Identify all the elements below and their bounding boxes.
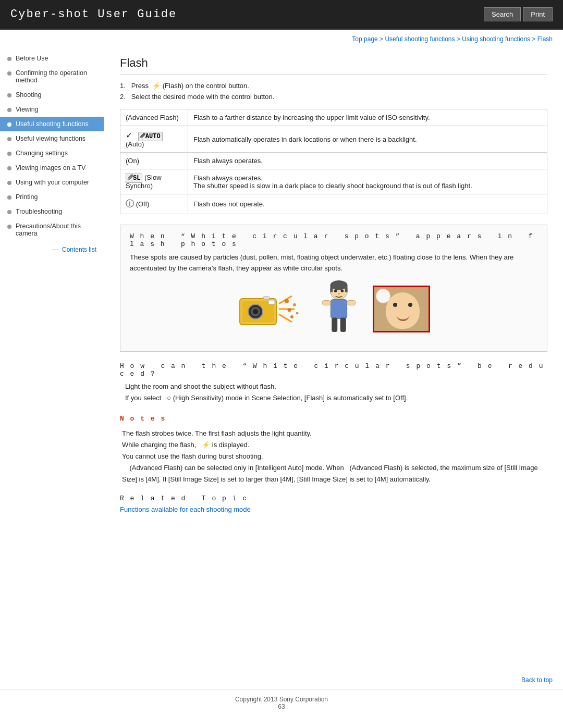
svg-rect-22: [331, 299, 347, 318]
breadcrumb-sep1: >: [380, 35, 385, 43]
description-cell: Flash automatically operates in dark loc…: [188, 126, 547, 153]
sidebar-item-changing-settings[interactable]: Changing settings: [0, 146, 104, 161]
sidebar-item-useful-viewing[interactable]: Useful viewing functions: [0, 131, 104, 146]
mode-name: (Auto): [126, 140, 144, 148]
table-row: (On) Flash always operates.: [120, 153, 547, 169]
print-button[interactable]: Print: [523, 7, 553, 21]
svg-point-12: [296, 312, 299, 314]
sidebar-item-viewing[interactable]: Viewing: [0, 102, 104, 117]
description-cell: Flash always operates.: [188, 153, 547, 169]
breadcrumb-top[interactable]: Top page: [352, 35, 377, 43]
notes-section: N o t e s The flash strobes twice. The f…: [120, 413, 547, 486]
white-spots-title: W h e n “ W h i t e c i r c u l a r s p …: [130, 232, 537, 248]
description-cell: Flash to a farther distance by increasin…: [188, 109, 547, 126]
mode-name: (On): [126, 157, 139, 165]
svg-point-13: [290, 315, 293, 318]
header-actions: Search Print: [484, 7, 553, 21]
description-cell: Flash does not operate.: [188, 194, 547, 214]
site-title: Cyber-shot User Guide: [10, 8, 177, 21]
breadcrumb-sep3: >: [532, 35, 537, 43]
person-illustration: [315, 280, 362, 338]
sidebar-label: Changing settings: [16, 150, 68, 157]
sidebar-item-printing[interactable]: Printing: [0, 190, 104, 204]
sidebar-label: Useful viewing functions: [16, 135, 85, 142]
svg-rect-17: [331, 285, 333, 292]
sidebar-label: Viewing images on a TV: [16, 164, 85, 171]
related-title: R e l a t e d T o p i c: [120, 495, 547, 502]
mode-name: (Off): [136, 200, 150, 208]
sidebar-label: Shooting: [16, 91, 41, 98]
page-number: 63: [6, 703, 557, 710]
table-row: ⓘ (Off) Flash does not operate.: [120, 194, 547, 214]
mode-cell: (Advanced Flash): [120, 109, 188, 126]
sidebar-item-viewing-tv[interactable]: Viewing images on a TV: [0, 161, 104, 175]
sidebar-label: Before Use: [16, 55, 48, 62]
sidebar-dot: [7, 122, 11, 127]
contents-list-anchor[interactable]: Contents list: [62, 246, 96, 253]
reduction-text: Light the room and shoot the subject wit…: [125, 381, 547, 404]
step-1: 1. Press ⚡ (Flash) on the control button…: [120, 82, 547, 90]
main-layout: Before Use Confirming the operation meth…: [0, 46, 563, 671]
sidebar-dot: [7, 195, 11, 200]
sidebar-item-shooting[interactable]: Shooting: [0, 88, 104, 102]
related-link[interactable]: Functions available for each shooting mo…: [120, 505, 547, 513]
note-4: (Advanced Flash) can be selected only in…: [122, 462, 547, 485]
table-row: ✓ ␥AUTO (Auto) Flash automatically opera…: [120, 126, 547, 153]
steps-section: 1. Press ⚡ (Flash) on the control button…: [120, 82, 547, 101]
off-icon: ⓘ: [126, 199, 134, 208]
note-1: The flash strobes twice. The first flash…: [122, 428, 547, 439]
svg-point-11: [288, 308, 291, 312]
sidebar-dot: [7, 71, 11, 76]
sidebar-label: Useful shooting functions: [16, 120, 89, 128]
main-content: Flash 1. Press ⚡ (Flash) on the control …: [104, 46, 563, 671]
related-link-anchor[interactable]: Functions available for each shooting mo…: [120, 505, 251, 513]
mode-name: (Advanced Flash): [126, 114, 179, 121]
table-row: ␥SL (Slow Synchro) Flash always operates…: [120, 169, 547, 194]
sidebar-item-troubleshooting[interactable]: Troubleshooting: [0, 204, 104, 219]
sidebar-item-using-computer[interactable]: Using with your computer: [0, 175, 104, 190]
checkmark-icon: ✓: [126, 131, 132, 140]
sidebar-label: Precautions/About this camera: [16, 223, 96, 237]
svg-rect-23: [322, 300, 331, 305]
notes-text: The flash strobes twice. The first flash…: [122, 428, 547, 485]
note-3: You cannot use the flash during burst sh…: [122, 451, 547, 462]
sidebar-item-precautions[interactable]: Precautions/About this camera: [0, 219, 104, 241]
sidebar-dot: [7, 181, 11, 185]
search-button[interactable]: Search: [484, 7, 521, 21]
page-footer: Copyright 2013 Sony Corporation 63: [0, 689, 563, 717]
reduction-title: H o w c a n t h e “ W h i t e c i r c u …: [120, 362, 547, 378]
reduction-line-2: If you select ○ (High Sensitivity) mode …: [125, 392, 547, 404]
svg-point-16: [331, 280, 348, 290]
mode-cell: ␥SL (Slow Synchro): [120, 169, 188, 194]
illustrations-row: [130, 280, 537, 338]
sidebar-item-before-use[interactable]: Before Use: [0, 51, 104, 66]
page-header: Cyber-shot User Guide Search Print: [0, 0, 563, 30]
table-row: (Advanced Flash) Flash to a farther dist…: [120, 109, 547, 126]
contents-list-link[interactable]: — Contents list: [0, 241, 104, 258]
back-to-top[interactable]: Back to top: [0, 671, 563, 689]
mode-cell: ✓ ␥AUTO (Auto): [120, 126, 188, 153]
breadcrumb-useful-shooting[interactable]: Useful shooting functions: [385, 35, 455, 43]
camera-illustration: [237, 283, 305, 335]
note-2: While charging the flash, ⚡ is displayed…: [122, 439, 547, 451]
copyright: Copyright 2013 Sony Corporation: [6, 696, 557, 703]
svg-point-21: [338, 293, 340, 294]
breadcrumb-using-shooting[interactable]: Using shooting functions: [462, 35, 530, 43]
reduction-section: H o w c a n t h e “ W h i t e c i r c u …: [120, 362, 547, 404]
svg-point-4: [253, 309, 258, 314]
sidebar-label: Printing: [16, 193, 38, 201]
sidebar-dot: [7, 93, 11, 97]
svg-point-20: [341, 289, 344, 292]
svg-rect-18: [345, 285, 348, 292]
white-spots-text: These spots are caused by particles (dus…: [130, 252, 537, 274]
back-to-top-link[interactable]: Back to top: [521, 676, 553, 684]
svg-rect-26: [340, 317, 346, 332]
description-cell: Flash always operates. The shutter speed…: [188, 169, 547, 194]
sidebar-item-confirming[interactable]: Confirming the operation method: [0, 66, 104, 88]
flash-modes-table: (Advanced Flash) Flash to a farther dist…: [120, 109, 547, 214]
svg-rect-24: [347, 300, 356, 305]
sidebar-dot: [7, 57, 11, 61]
step-2: 2. Select the desired mode with the cont…: [120, 93, 547, 101]
sidebar-dot: [7, 166, 11, 170]
sidebar-item-useful-shooting[interactable]: Useful shooting functions: [0, 117, 104, 131]
